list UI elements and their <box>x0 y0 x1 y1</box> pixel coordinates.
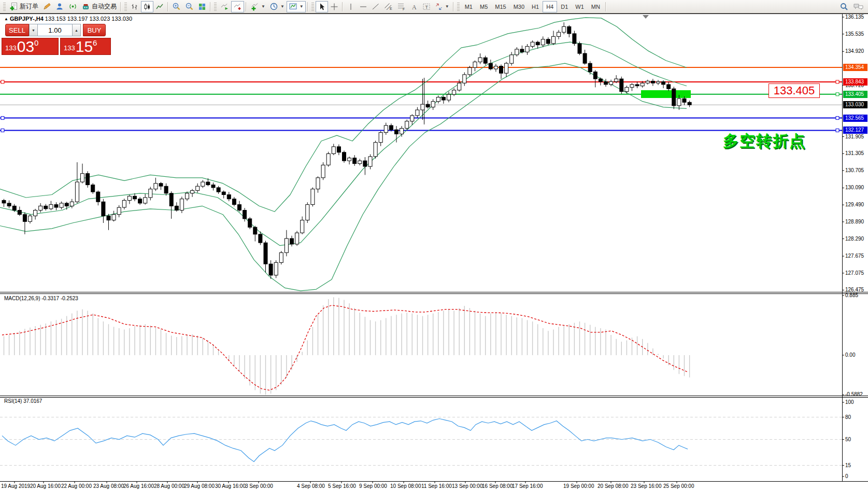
rsi-indicator-label: RSI(14) 37.0167 <box>4 398 42 404</box>
new-order-button[interactable]: 新订单 <box>7 1 40 12</box>
date-axis-label: 28 Aug 00:00 <box>154 483 184 489</box>
tile-windows-button[interactable] <box>196 1 208 12</box>
date-axis-label: 17 Sep 16:00 <box>512 483 543 489</box>
toolbar-grip <box>311 3 314 11</box>
bar-chart-icon <box>131 3 139 11</box>
date-axis-label: 5 Sep 16:00 <box>328 483 356 489</box>
date-axis-label: 13 Sep 00:00 <box>452 483 483 489</box>
indicators-button[interactable]: ▼ <box>248 1 267 12</box>
tf-m5-button[interactable]: M5 <box>476 1 491 12</box>
chart-shift-icon <box>233 2 242 11</box>
toolbar-grip <box>457 3 460 11</box>
date-axis-label: 23 Aug 08:00 <box>93 483 124 489</box>
tf-m15-button[interactable]: M15 <box>491 1 509 12</box>
auto-trading-label: 自动交易 <box>92 2 117 11</box>
label-tool-button[interactable]: T <box>420 1 433 12</box>
buy-price-base: 133 <box>64 44 75 52</box>
sell-price-display[interactable]: 133 03 0 <box>2 38 59 55</box>
price-axis-badge: 132.127 <box>843 127 867 134</box>
toolbar-separator <box>307 2 308 11</box>
bar-chart-button[interactable] <box>129 1 141 12</box>
cursor-tool-button[interactable] <box>316 1 328 12</box>
buy-button[interactable]: BUY <box>83 24 106 36</box>
date-axis-label: 26 Aug 16:00 <box>123 483 154 489</box>
price-axis-badge: 134.354 <box>843 64 867 71</box>
chart-shift-button[interactable] <box>231 1 244 12</box>
periods-button[interactable]: ▼ <box>267 1 287 12</box>
price-axis-tick: 130.090 <box>845 185 864 190</box>
profiles-button[interactable] <box>53 1 66 12</box>
line-chart-icon <box>155 3 164 11</box>
text-label-icon: T <box>422 3 431 11</box>
channel-tool-button[interactable]: E <box>382 1 395 12</box>
vertical-line-icon <box>347 3 355 11</box>
tf-w1-button[interactable]: W1 <box>572 1 588 12</box>
toolbar-separator <box>605 2 606 11</box>
rsi-axis-tick: 0 <box>845 473 848 479</box>
chevron-down-icon: ▼ <box>280 4 284 9</box>
community-button[interactable] <box>851 1 866 12</box>
trendline-icon <box>372 3 380 11</box>
volume-increase-button[interactable]: ▲ <box>72 24 81 36</box>
volume-decrease-button[interactable]: ▼ <box>29 24 38 36</box>
price-axis-tick: 131.905 <box>845 134 864 139</box>
horizontal-line-tool-button[interactable] <box>357 1 369 12</box>
macd-axis-tick: 0.885 <box>845 292 858 298</box>
volume-input[interactable] <box>38 24 72 36</box>
toolbar-grip <box>3 3 6 11</box>
buy-price-display[interactable]: 133 15 6 <box>60 38 111 55</box>
arrows-tool-button[interactable]: ▼ <box>433 1 451 12</box>
rsi-axis-tick: 15 <box>845 462 851 468</box>
toolbar: 新订单 自动交易 ▼ <box>0 0 868 13</box>
zoom-in-icon <box>172 2 181 11</box>
tf-d1-button[interactable]: D1 <box>557 1 572 12</box>
sell-price-point: 0 <box>34 38 38 47</box>
sell-price-base: 133 <box>5 44 17 52</box>
price-axis-tick: 134.920 <box>845 48 864 54</box>
collapse-arrow-icon[interactable]: ▲ <box>4 17 8 21</box>
tf-m30-button[interactable]: M30 <box>510 1 528 12</box>
zoom-out-button[interactable] <box>183 1 196 12</box>
fibonacci-icon: F <box>397 2 406 11</box>
tf-mn-button[interactable]: MN <box>588 1 604 12</box>
crosshair-tool-button[interactable] <box>328 1 340 12</box>
styles-button[interactable] <box>40 1 53 12</box>
crayon-icon <box>42 2 51 11</box>
timeframe-group: M1M5M15M30H1H4D1W1MN <box>461 1 604 12</box>
price-axis-badge: 132.565 <box>843 115 867 122</box>
tf-h4-button[interactable]: H4 <box>543 1 557 12</box>
date-axis-label: 29 Aug 08:00 <box>184 483 215 489</box>
search-icon <box>839 2 849 11</box>
toolbar-grip <box>214 3 217 11</box>
tf-h1-button[interactable]: H1 <box>528 1 543 12</box>
date-axis-label: 23 Sep 16:00 <box>631 483 662 489</box>
chart-canvas[interactable] <box>0 13 868 491</box>
svg-text:F: F <box>403 7 405 11</box>
clock-icon <box>269 2 278 11</box>
turning-point-annotation: 多空转折点 <box>723 131 806 152</box>
svg-text:E: E <box>390 7 392 10</box>
price-level-callout[interactable]: 133.405 <box>769 83 820 98</box>
new-order-label: 新订单 <box>20 2 38 11</box>
trendline-tool-button[interactable] <box>369 1 382 12</box>
templates-button[interactable]: ▼ <box>287 1 306 12</box>
price-axis-tick: 135.535 <box>845 31 864 37</box>
zoom-in-button[interactable] <box>170 1 183 12</box>
tf-m1-button[interactable]: M1 <box>461 1 476 12</box>
price-axis-badge: 133.030 <box>843 101 867 108</box>
auto-trading-button[interactable]: 自动交易 <box>79 1 119 12</box>
auto-scroll-button[interactable] <box>218 1 231 12</box>
price-axis-tick: 127.075 <box>845 270 864 276</box>
indicators-icon <box>250 2 259 11</box>
search-button[interactable] <box>837 1 851 12</box>
candlestick-chart-button[interactable] <box>141 1 153 12</box>
signals-button[interactable] <box>66 1 79 12</box>
symbol-ohlc: 133.153 133.197 133.023 133.030 <box>45 16 132 22</box>
text-tool-button[interactable]: A <box>408 1 420 12</box>
line-chart-button[interactable] <box>153 1 166 12</box>
toolbar-separator <box>120 2 121 11</box>
vertical-line-tool-button[interactable] <box>345 1 357 12</box>
sell-button[interactable]: SELL <box>5 24 29 36</box>
fibonacci-tool-button[interactable]: F <box>395 1 408 12</box>
date-axis-label: 19 Aug 2019 <box>1 483 30 489</box>
